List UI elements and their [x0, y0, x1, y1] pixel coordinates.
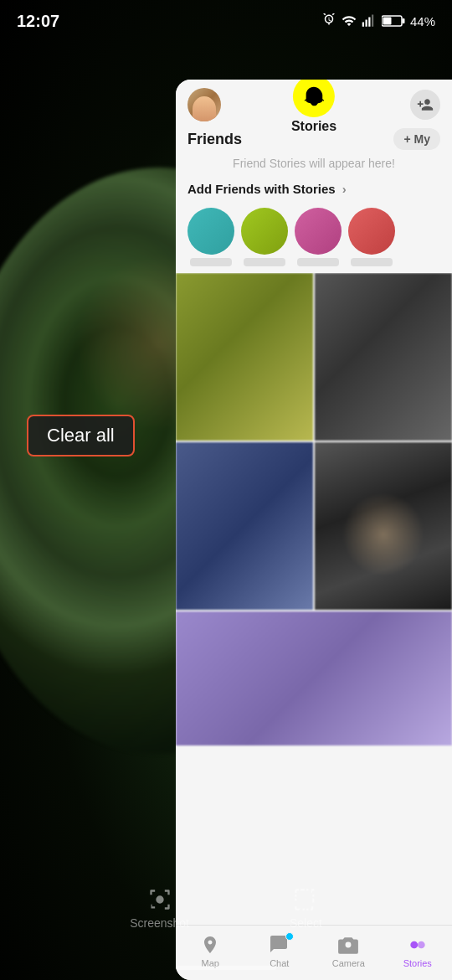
nav-chat[interactable]: Chat — [254, 934, 305, 968]
circle-avatar-4 — [348, 208, 395, 255]
circle-item-3[interactable] — [295, 208, 342, 266]
camera-icon-svg — [337, 934, 359, 956]
nav-stories[interactable]: Stories — [393, 934, 443, 968]
friends-title: Friends — [187, 131, 242, 148]
content-grid — [176, 273, 452, 925]
circle-item-1[interactable] — [187, 208, 234, 266]
circle-item-2[interactable] — [241, 208, 288, 266]
snapchat-panel: Stories Friends + My Friend Stories will… — [176, 80, 452, 980]
screenshot-icon — [148, 888, 172, 911]
camera-label: Camera — [332, 958, 365, 968]
bottom-actions-bar: Screenshot Select — [0, 888, 452, 930]
ghost-icon — [302, 85, 326, 108]
signal-icon — [362, 13, 377, 28]
circle-label-2 — [244, 258, 285, 266]
circle-item-4[interactable] — [348, 208, 395, 266]
select-action[interactable]: Select — [290, 888, 322, 930]
chat-badge-dot — [285, 932, 294, 941]
add-friend-button[interactable] — [410, 90, 440, 120]
screenshot-label: Screenshot — [130, 916, 189, 930]
snap-logo-area: Stories — [291, 80, 336, 134]
svg-rect-6 — [383, 18, 391, 25]
chevron-right-icon: › — [342, 182, 347, 196]
alarm-icon — [321, 13, 336, 28]
map-icon-svg — [200, 935, 220, 955]
circle-label-4 — [351, 258, 393, 266]
grid-cell-3[interactable] — [176, 442, 313, 610]
chat-badge — [269, 934, 290, 956]
snap-topnav: Stories — [176, 80, 452, 121]
grid-cell-4[interactable] — [315, 442, 452, 610]
grid-cell-2[interactable] — [315, 273, 452, 441]
home-indicator — [176, 966, 276, 970]
grid-cell-5[interactable] — [176, 611, 452, 745]
circle-label-1 — [190, 258, 232, 266]
my-story-label: + My — [403, 132, 430, 146]
status-time: 12:07 — [17, 12, 59, 31]
status-bar: 12:07 44% — [0, 0, 452, 42]
add-friends-label: Add Friends with Stories — [187, 182, 336, 196]
snap-bottom-nav: Map Chat Camera — [176, 925, 452, 980]
select-icon — [294, 888, 317, 911]
add-friends-row[interactable]: Add Friends with Stories › — [176, 177, 452, 201]
stories-icon — [407, 934, 429, 956]
stories-title: Stories — [291, 119, 336, 134]
friend-stories-placeholder: Friend Stories will appear here! — [176, 155, 452, 177]
wifi-icon — [342, 13, 357, 28]
circle-avatar-3 — [295, 208, 342, 255]
snapchat-logo — [293, 80, 335, 117]
circle-avatar-1 — [187, 208, 234, 255]
circle-avatar-2 — [241, 208, 288, 255]
user-avatar[interactable] — [187, 88, 221, 121]
nav-camera[interactable]: Camera — [323, 934, 373, 968]
svg-rect-2 — [368, 18, 370, 27]
svg-point-8 — [418, 941, 425, 949]
screenshot-action[interactable]: Screenshot — [130, 888, 189, 930]
stories-icon-svg — [407, 934, 429, 956]
nav-map[interactable]: Map — [185, 934, 235, 968]
svg-rect-3 — [372, 15, 373, 27]
battery-level: 44% — [410, 14, 435, 28]
camera-icon — [337, 934, 359, 956]
grid-cell-1[interactable] — [176, 273, 313, 441]
discover-circles — [176, 201, 452, 273]
add-friend-icon — [417, 96, 434, 113]
my-story-button[interactable]: + My — [393, 128, 440, 150]
svg-rect-0 — [362, 23, 364, 27]
select-label: Select — [290, 916, 322, 930]
status-icons: 44% — [321, 13, 435, 28]
stories-nav-label: Stories — [403, 958, 432, 968]
svg-rect-1 — [365, 20, 367, 27]
battery-icon — [382, 14, 405, 28]
svg-rect-5 — [402, 18, 404, 23]
circle-label-3 — [297, 258, 339, 266]
map-icon — [199, 934, 221, 956]
clear-all-button[interactable]: Clear all — [27, 415, 135, 456]
